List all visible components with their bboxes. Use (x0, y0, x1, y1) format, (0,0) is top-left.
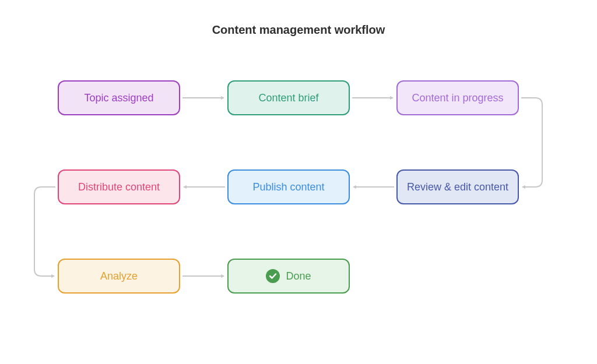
connector-arrow (34, 187, 55, 276)
connector-arrow (521, 98, 542, 187)
workflow-connectors (0, 0, 597, 364)
